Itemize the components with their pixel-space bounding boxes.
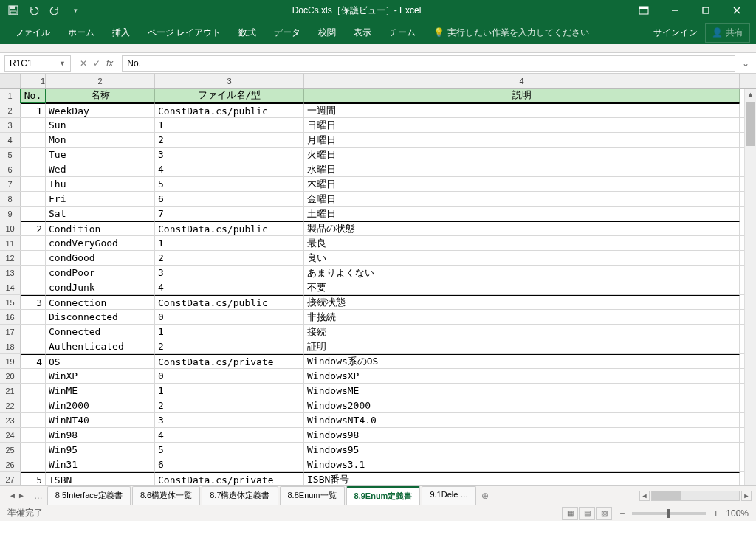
cell[interactable]: Sun [46, 118, 155, 132]
row-header[interactable]: 11 [0, 236, 21, 250]
share-button[interactable]: 👤 共有 [705, 23, 750, 43]
cell[interactable] [21, 413, 46, 427]
zoom-level[interactable]: 100% [726, 508, 749, 519]
scroll-up-icon[interactable]: ▲ [745, 89, 756, 100]
cell[interactable]: 0 [155, 369, 304, 383]
row-header[interactable]: 24 [0, 428, 21, 442]
cell[interactable]: condVeryGood [46, 236, 155, 250]
cell[interactable]: Windows2000 [304, 398, 740, 412]
cell[interactable]: Connected [46, 325, 155, 339]
cell[interactable]: 水曜日 [304, 162, 740, 176]
cell[interactable]: 2 [21, 221, 46, 235]
cell[interactable]: condJunk [46, 280, 155, 294]
cell[interactable]: 4 [155, 280, 304, 294]
row-header[interactable]: 27 [0, 472, 21, 485]
row-header[interactable]: 16 [0, 310, 21, 324]
cell[interactable]: 1 [21, 103, 46, 117]
cell[interactable]: 木曜日 [304, 177, 740, 191]
cell[interactable]: 非接続 [304, 310, 740, 324]
cell[interactable]: WeekDay [46, 103, 155, 117]
ribbon-tab[interactable]: ファイル [6, 21, 59, 44]
chevron-down-icon[interactable]: ▼ [59, 60, 66, 67]
cell[interactable]: condPoor [46, 266, 155, 280]
cancel-formula-icon[interactable]: ✕ [80, 58, 87, 69]
select-all-corner[interactable] [0, 74, 21, 88]
cell[interactable]: Condition [46, 221, 155, 235]
cell[interactable]: 接続状態 [304, 295, 740, 309]
fx-icon[interactable]: fx [106, 58, 113, 69]
sheet-tab[interactable]: 8.9Enum定義書 [346, 486, 421, 505]
ribbon-tab[interactable]: 挿入 [103, 21, 139, 44]
zoom-out-button[interactable]: − [619, 508, 625, 519]
cell[interactable]: Thu [46, 177, 155, 191]
maximize-button[interactable] [691, 0, 721, 21]
cell[interactable]: 7 [155, 207, 304, 221]
zoom-in-button[interactable]: + [713, 508, 718, 519]
cell[interactable]: ファイル名/型 [155, 89, 304, 103]
cell[interactable] [21, 148, 46, 162]
cell[interactable]: Win2000 [46, 398, 155, 412]
cell[interactable]: 6 [155, 192, 304, 206]
cell[interactable] [21, 280, 46, 294]
spreadsheet-grid[interactable]: 1 2 3 4 1No.名称ファイル名/型説明21WeekDayConstDat… [0, 74, 756, 485]
row-header[interactable]: 2 [0, 103, 21, 117]
cell[interactable]: 3 [155, 148, 304, 162]
cell[interactable]: Win31 [46, 457, 155, 471]
hscroll-thumb[interactable] [652, 491, 681, 500]
row-header[interactable]: 15 [0, 295, 21, 309]
row-header[interactable]: 6 [0, 162, 21, 176]
row-header[interactable]: 22 [0, 398, 21, 412]
cell[interactable]: Mon [46, 133, 155, 147]
hscroll-left-icon[interactable]: ◄ [639, 491, 650, 501]
save-button[interactable] [4, 1, 22, 19]
sheet-tab[interactable]: 9.1Dele … [422, 486, 476, 505]
cell[interactable]: WinXP [46, 369, 155, 383]
formula-input[interactable]: No. [122, 55, 735, 72]
cell[interactable]: WindowsXP [304, 369, 740, 383]
enter-formula-icon[interactable]: ✓ [93, 58, 100, 69]
cell[interactable]: 1 [155, 325, 304, 339]
cell[interactable]: 良い [304, 251, 740, 265]
cell[interactable]: 説明 [304, 89, 740, 103]
scrollbar-thumb[interactable] [746, 102, 755, 146]
row-header[interactable]: 8 [0, 192, 21, 206]
row-header[interactable]: 4 [0, 133, 21, 147]
row-header[interactable]: 7 [0, 177, 21, 191]
cell[interactable]: 1 [155, 236, 304, 250]
cell[interactable]: ISBN番号 [304, 472, 740, 485]
cell[interactable] [21, 310, 46, 324]
row-header[interactable]: 18 [0, 339, 21, 353]
row-header[interactable]: 13 [0, 266, 21, 280]
row-header[interactable]: 1 [0, 89, 21, 103]
cell[interactable]: 土曜日 [304, 207, 740, 221]
cell[interactable] [21, 118, 46, 132]
cell[interactable]: 5 [155, 443, 304, 457]
cell[interactable]: 名称 [46, 89, 155, 103]
cell[interactable]: 日曜日 [304, 118, 740, 132]
tell-me[interactable]: 💡 実行したい作業を入力してください [433, 27, 589, 39]
row-header[interactable]: 25 [0, 443, 21, 457]
cell[interactable] [21, 192, 46, 206]
cell[interactable]: Win98 [46, 428, 155, 442]
zoom-slider[interactable] [632, 512, 706, 515]
cell[interactable]: 証明 [304, 339, 740, 353]
cell[interactable]: Disconnected [46, 310, 155, 324]
ribbon-display-button[interactable] [629, 0, 659, 21]
row-header[interactable]: 3 [0, 118, 21, 132]
cell[interactable]: 5 [21, 472, 46, 485]
sheet-nav-next-icon[interactable]: ► [18, 491, 25, 499]
row-header[interactable]: 17 [0, 325, 21, 339]
normal-view-button[interactable]: ▦ [562, 507, 578, 520]
cell[interactable]: 最良 [304, 236, 740, 250]
cell[interactable]: 5 [155, 177, 304, 191]
sheet-nav-prev-icon[interactable]: ◄ [9, 491, 16, 499]
cell[interactable] [21, 443, 46, 457]
cell[interactable]: 1 [155, 384, 304, 398]
cell[interactable]: 3 [21, 295, 46, 309]
page-break-view-button[interactable]: ▧ [596, 507, 612, 520]
cell[interactable]: Tue [46, 148, 155, 162]
ribbon-tab[interactable]: 数式 [230, 21, 265, 44]
cell[interactable]: 月曜日 [304, 133, 740, 147]
hscroll-right-icon[interactable]: ► [741, 491, 752, 501]
qat-customize-icon[interactable]: ▾ [66, 1, 84, 19]
